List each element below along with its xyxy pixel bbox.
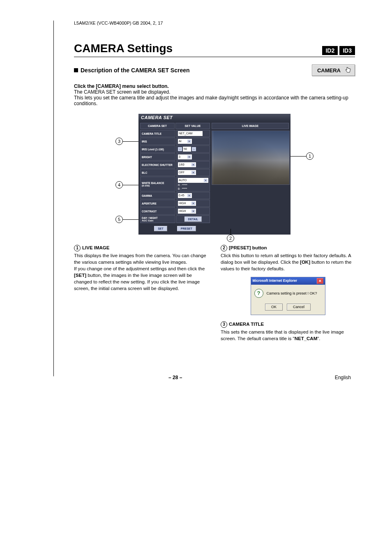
label-gamma: GAMMA: [140, 192, 175, 199]
close-icon[interactable]: ✕: [317, 278, 323, 284]
label-day-night: DAY / NIGHT AGC Gain: [140, 215, 175, 223]
document-header: L5AM2/XE (VCC-WB4000P) GB 2004, 2, 17: [74, 21, 355, 25]
camera-set-screenshot: 3 4 5 1 CAMERA SET CA: [138, 114, 291, 235]
label-aperture: APERTURE: [140, 200, 175, 207]
chevron-down-icon: ▾: [187, 155, 191, 159]
camera-button-label: CAMERA: [317, 67, 341, 74]
page-title: CAMERA Settings: [74, 42, 173, 55]
section-subheading: Description of the CAMERA SET Screen: [74, 67, 190, 74]
chevron-down-icon: ▾: [187, 194, 191, 197]
set-button[interactable]: SET: [154, 226, 167, 231]
chevron-down-icon: ▾: [191, 163, 195, 166]
select-electronic-shutter[interactable]: 1/60▾: [178, 162, 196, 167]
item3-heading: 3CAMERA TITLE: [221, 321, 355, 328]
badge-id2: ID2: [322, 46, 338, 55]
col-header-camera-set: CAMERA SET: [140, 123, 175, 129]
chevron-down-icon: ▾: [191, 202, 195, 205]
item2-heading: 2[PRESET] button: [221, 244, 355, 251]
chevron-down-icon: ▾: [191, 210, 195, 213]
page-number: – 28 –: [168, 375, 182, 380]
input-camera-title[interactable]: NET_CAM: [178, 131, 203, 136]
select-blc[interactable]: OFF▾: [178, 170, 196, 175]
item1-heading: 1LIVE IMAGE: [74, 244, 208, 251]
preset-dialog: Microsoft Internet Explorer ✕ ? Camera s…: [251, 277, 325, 315]
wb-b-value: B : *****: [178, 187, 208, 190]
question-icon: ?: [254, 289, 263, 298]
callout-2: 2: [227, 229, 234, 242]
page-footer: – 28 – English: [74, 375, 355, 380]
live-image-display[interactable]: [212, 131, 290, 185]
label-iris: IRIS: [140, 138, 175, 145]
instruction-line3: This lets you set the camera title and a…: [74, 95, 355, 106]
hand-cursor-icon: [345, 67, 351, 74]
wb-r-value: R : *****: [178, 184, 208, 187]
dialog-title: Microsoft Internet Explorer: [253, 279, 297, 283]
callout-1: 1: [291, 152, 314, 160]
page-language: English: [335, 375, 351, 380]
select-gamma[interactable]: 0.45▾: [178, 193, 192, 198]
item1-p1: This displays the live images from the c…: [74, 252, 208, 265]
chevron-down-icon: ▾: [187, 140, 191, 143]
callout-4: 4: [115, 181, 138, 189]
label-camera-title: CAMERA TITLE: [140, 130, 175, 137]
left-rule: [53, 21, 54, 376]
select-white-balance[interactable]: AUTO▾: [178, 178, 208, 183]
callout-5: 5: [115, 216, 138, 223]
instruction-line2: The CAMERA SET screen will be displayed.: [74, 89, 355, 95]
item3-p1: This sets the camera title that is displ…: [221, 329, 355, 342]
chevron-down-icon: ▾: [204, 179, 208, 182]
dialog-ok-button[interactable]: OK: [265, 304, 283, 311]
select-bright[interactable]: 3▾: [178, 154, 192, 159]
label-blc: BLC: [140, 169, 175, 176]
instruction-line1: Click the [CAMERA] menu select button.: [74, 83, 355, 89]
detail-button[interactable]: DETAIL: [184, 216, 202, 222]
select-aperture[interactable]: HIGH▾: [178, 201, 196, 206]
panel-title: CAMERA SET: [138, 114, 291, 121]
iris-level-increment[interactable]: ›: [192, 147, 196, 151]
label-white-balance: WHITE BALANCE (0-255): [140, 177, 175, 191]
subheading-text: Description of the CAMERA SET Screen: [81, 67, 190, 74]
input-iris-level[interactable]: 50: [183, 147, 191, 152]
chevron-down-icon: ▾: [191, 171, 195, 174]
label-iris-level: IRIS Level (1-100): [140, 145, 175, 153]
select-contrast[interactable]: HIGH▾: [178, 209, 196, 214]
preset-button[interactable]: PRESET: [177, 226, 196, 231]
callout-3: 3: [115, 138, 138, 145]
instruction-block: Click the [CAMERA] menu select button. T…: [74, 83, 355, 106]
select-iris[interactable]: AI▾: [178, 139, 192, 144]
label-bright: BRIGHT: [140, 153, 175, 161]
dialog-cancel-button[interactable]: Cancel: [287, 304, 311, 311]
label-electronic-shutter: ELECTRONIC SHUTTER: [140, 161, 175, 168]
item1-p2: If you change one of the adjustment sett…: [74, 265, 208, 292]
camera-menu-button[interactable]: CAMERA: [312, 64, 355, 76]
live-image-header: LIVE IMAGE: [212, 123, 289, 129]
bullet-square-icon: [74, 68, 78, 72]
col-header-set-value: SET VALUE: [175, 123, 210, 129]
label-contrast: CONTRAST: [140, 207, 175, 215]
live-image-overlay: [212, 131, 289, 184]
item2-p1: Click this button to return all settings…: [221, 252, 355, 272]
dialog-message: Camera setting is preset ! OK?: [267, 291, 317, 296]
id-badges: ID2 ID3: [322, 46, 355, 55]
iris-level-decrement[interactable]: ‹: [178, 147, 182, 151]
badge-id3: ID3: [339, 46, 355, 55]
